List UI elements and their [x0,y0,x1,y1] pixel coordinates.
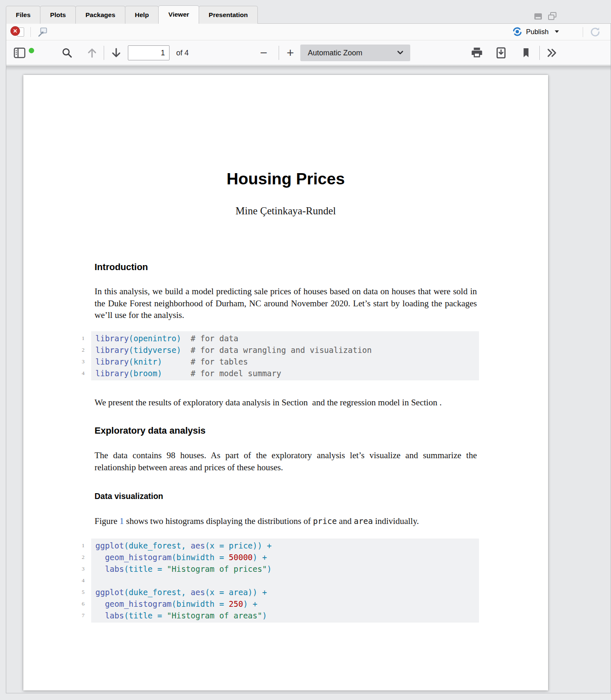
code-token: (duke_forest, [124,588,191,597]
code-token: (tidyverse) [129,345,181,355]
code-line: 4library(broom) # for model summary [95,367,476,379]
publish-label: Publish [526,28,549,36]
code-token [95,611,105,620]
toolbar-separator [279,46,279,60]
code-line-number: 2 [74,344,85,356]
code-token [95,553,105,562]
text-segment: shows two histograms displaying the dist… [124,516,313,526]
publish-button[interactable]: Publish [511,26,559,37]
pdf-viewer-area[interactable]: Housing Prices Mine Çetinkaya-Rundel Int… [6,66,611,693]
toolbar-separator [104,46,104,60]
print-button[interactable] [469,45,484,60]
document-content: Housing Prices Mine Çetinkaya-Rundel Int… [23,75,548,623]
minimize-pane-icon[interactable] [533,11,544,23]
chevron-down-icon [397,50,404,55]
tab-viewer[interactable]: Viewer [158,5,199,24]
code-token: # for data wrangling and visualization [191,345,372,355]
viewer-panel: ✕ Publish [6,23,611,693]
code-token: labs [105,611,124,620]
page-number-input[interactable] [128,45,170,60]
previous-page-button[interactable] [85,45,100,60]
find-in-document-button[interactable] [60,45,75,60]
bookmark-button[interactable] [519,45,534,60]
code-token [162,357,191,366]
code-token [181,334,191,343]
text-segment: individually. [373,516,419,526]
code-token: ) [262,611,267,620]
open-in-new-window-icon[interactable] [37,27,48,37]
chevrons-right-icon [546,47,558,59]
tab-plots[interactable]: Plots [40,6,76,24]
text-segment: and [337,516,354,526]
code-token: # for model summary [191,369,281,378]
plus-icon: + [287,46,294,60]
zoom-out-button[interactable]: − [256,45,271,60]
zoom-select[interactable]: Automatic Zoom [300,45,410,61]
zoom-in-button[interactable]: + [283,45,298,60]
code-line: 6 geom_histogram(binwidth = 250) + [95,598,476,610]
code-line-number: 2 [74,551,85,563]
toolbar-separator [539,46,540,60]
publish-icon [511,26,523,37]
pane-window-buttons [533,11,558,23]
download-icon [495,47,507,59]
code-line-number: 3 [74,356,85,367]
zoom-select-value: Automatic Zoom [308,49,362,57]
toolbar-separator [30,27,31,37]
code-line-number: 7 [74,610,85,621]
close-icon: ✕ [10,26,20,36]
code-token: library [95,369,129,378]
code-token: (duke_forest, [124,541,191,550]
code-token: # for tables [191,357,248,366]
code-token: aes [191,588,205,597]
code-token [95,564,105,573]
code-line: 1library(openintro) # for data [95,333,476,344]
code-token: labs [105,564,124,573]
code-token [162,369,191,378]
next-page-button[interactable] [109,45,124,60]
code-token: library [95,334,129,343]
toggle-sidebar-button[interactable] [12,45,27,60]
pdf-toolbar: of 4 − + Automatic Zoom [6,40,611,65]
code-block-histograms: 1ggplot(duke_forest, aes(x = price)) +2 … [91,539,479,623]
refresh-icon[interactable] [589,26,601,38]
code-line: 3 labs(title = "Histogram of prices") [95,563,476,575]
code-token: aes [191,541,205,550]
code-line-number: 1 [74,333,85,344]
tab-presentation[interactable]: Presentation [199,6,258,24]
code-token [181,345,191,355]
more-tools-button[interactable] [544,45,559,60]
maximize-pane-icon[interactable] [547,11,558,23]
code-token: (title = [124,611,167,620]
download-button[interactable] [494,45,509,60]
code-token [95,599,105,608]
tab-packages[interactable]: Packages [75,6,125,24]
code-line: 4 [95,575,476,586]
code-token: ) + [243,599,257,608]
pdf-page: Housing Prices Mine Çetinkaya-Rundel Int… [23,75,548,690]
code-block-libraries: 1library(openintro) # for data2library(t… [91,331,479,380]
document-author: Mine Çetinkaya-Rundel [95,205,477,217]
code-token: geom_histogram [105,599,172,608]
code-token: (x = price)) + [205,541,272,550]
close-viewer-button[interactable]: ✕ [10,26,27,38]
section-heading-eda: Exploratory data analysis [95,425,477,436]
code-token: (title = [124,564,167,573]
viewer-toolbar: ✕ Publish [6,24,611,40]
code-line: 2 geom_histogram(binwidth = 50000) + [95,551,476,563]
code-token: ggplot [95,541,124,550]
code-token: "Histogram of areas" [167,611,262,620]
code-line-number: 1 [74,540,85,551]
code-line: 5ggplot(duke_forest, aes(x = area)) + [95,586,476,598]
publish-dropdown-caret-icon[interactable] [555,30,559,33]
code-token: 250 [229,599,243,608]
figure-ref-link[interactable]: 1 [120,516,124,526]
code-token: ) + [253,553,267,562]
code-line: 3library(knitr) # for tables [95,356,476,367]
figure-paragraph: Figure 1 shows two histograms displaying… [95,515,477,527]
code-line-number: 4 [74,575,85,586]
code-line-number: 4 [74,367,85,379]
tab-help[interactable]: Help [125,6,159,24]
tab-files[interactable]: Files [6,6,40,24]
code-token: (knitr) [129,357,162,366]
